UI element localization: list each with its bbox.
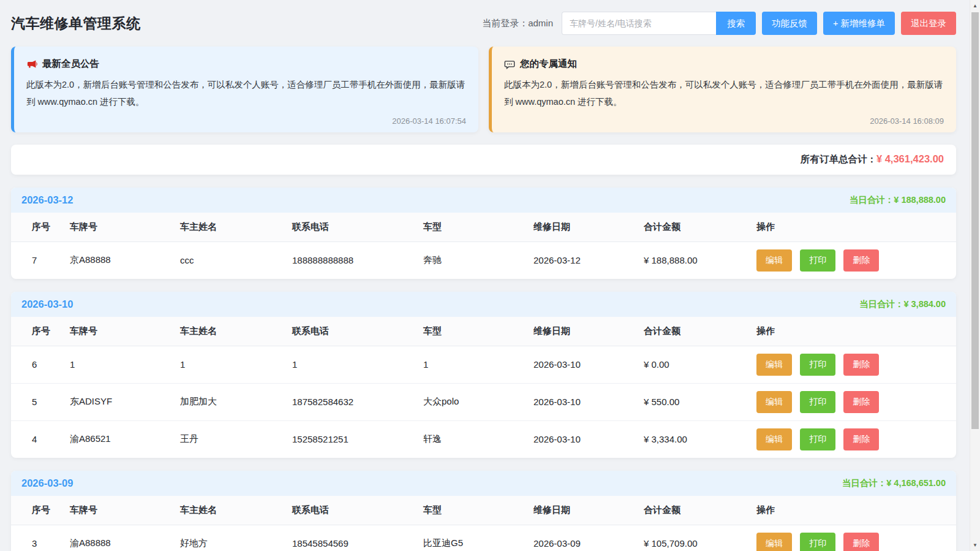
personal-notice-body: 此版本为2.0，新增后台账号管理和公告发布，可以私发个人账号，适合修理厂员工带手… (504, 76, 944, 111)
cell-plate: 京A88888 (64, 241, 174, 279)
cell-repair-date: 2026-03-10 (527, 420, 638, 458)
announcement-body: 此版本为2.0，新增后台账号管理和公告发布，可以私发个人账号，适合修理厂员工带手… (26, 76, 466, 111)
daily-total-label: 当日合计： (850, 195, 894, 205)
column-header-owner: 车主姓名 (174, 317, 286, 346)
print-button[interactable]: 打印 (800, 354, 835, 376)
print-button[interactable]: 打印 (800, 249, 835, 272)
page: 汽车维修单管理系统 当前登录：admin 搜索 功能反馈 + 新增维修单 退出登… (0, 0, 970, 551)
column-header-model: 车型 (417, 317, 527, 346)
print-button[interactable]: 打印 (800, 428, 835, 450)
print-button[interactable]: 打印 (800, 533, 835, 551)
order-table-body: 7 京A88888 ccc 188888888888 奔驰 2026-03-12… (11, 241, 956, 279)
column-header-plate: 车牌号 (64, 496, 174, 525)
speech-bubble-icon (504, 59, 515, 70)
megaphone-icon (26, 59, 37, 70)
delete-button[interactable]: 删除 (843, 354, 879, 376)
orders-table: 序号 车牌号 车主姓名 联系电话 车型 维修日期 合计金额 操作 6 1 1 1… (11, 317, 956, 458)
cell-model: 比亚迪G5 (417, 525, 527, 551)
search-button[interactable]: 搜索 (716, 12, 756, 35)
column-header-actions: 操作 (750, 317, 956, 346)
group-header: 2026-03-10 当日合计：¥ 3,884.00 (11, 292, 956, 317)
cell-actions: 编辑 打印 删除 (750, 346, 956, 383)
cell-repair-date: 2026-03-10 (527, 346, 638, 383)
cell-phone: 187582584632 (286, 383, 417, 420)
feedback-button[interactable]: 功能反馈 (762, 12, 817, 35)
order-group: 2026-03-12 当日合计：¥ 188,888.00 序号 车牌号 车主姓名… (11, 188, 956, 279)
cell-actions: 编辑 打印 删除 (750, 241, 956, 279)
personal-notice-title: 您的专属通知 (520, 58, 577, 70)
group-date: 2026-03-10 (21, 298, 73, 310)
cell-owner: 1 (174, 346, 286, 383)
personal-notice-title-row: 您的专属通知 (504, 58, 944, 70)
column-header-index: 序号 (11, 496, 64, 525)
cell-index: 7 (11, 241, 64, 279)
daily-total-amount: ¥ 3,884.00 (903, 299, 946, 309)
daily-total-label: 当日合计： (842, 478, 887, 488)
cell-index: 6 (11, 346, 64, 383)
vertical-scrollbar[interactable]: ▲ ▼ (970, 0, 980, 551)
orders-table: 序号 车牌号 车主姓名 联系电话 车型 维修日期 合计金额 操作 3 渝A888… (11, 496, 956, 551)
group-daily-total: 当日合计：¥ 188,888.00 (850, 194, 946, 206)
column-header-actions: 操作 (750, 496, 956, 525)
cell-actions: 编辑 打印 删除 (750, 420, 956, 458)
personal-notice-card: 您的专属通知 此版本为2.0，新增后台账号管理和公告发布，可以私发个人账号，适合… (489, 47, 956, 132)
cell-actions: 编辑 打印 删除 (750, 383, 956, 420)
column-header-actions: 操作 (750, 213, 956, 242)
table-row: 3 渝A88888 好地方 18545854569 比亚迪G5 2026-03-… (11, 525, 956, 551)
cell-index: 5 (11, 383, 64, 420)
column-header-repair-date: 维修日期 (527, 213, 638, 242)
table-row: 4 渝A86521 王丹 15258521251 轩逸 2026-03-10 ¥… (11, 420, 956, 458)
column-header-owner: 车主姓名 (174, 496, 286, 525)
column-header-phone: 联系电话 (286, 317, 417, 346)
grand-total-bar: 所有订单总合计：¥ 4,361,423.00 (11, 145, 956, 175)
table-header-row: 序号 车牌号 车主姓名 联系电话 车型 维修日期 合计金额 操作 (11, 496, 956, 525)
column-header-plate: 车牌号 (64, 213, 174, 242)
page-title: 汽车维修单管理系统 (11, 14, 141, 33)
search-input[interactable] (562, 12, 716, 35)
delete-button[interactable]: 删除 (843, 428, 879, 450)
order-table-body: 3 渝A88888 好地方 18545854569 比亚迪G5 2026-03-… (11, 525, 956, 551)
column-header-index: 序号 (11, 213, 64, 242)
cell-phone: 15258521251 (286, 420, 417, 458)
scrollbar-thumb[interactable] (971, 12, 979, 429)
cell-actions: 编辑 打印 删除 (750, 525, 956, 551)
column-header-repair-date: 维修日期 (527, 496, 638, 525)
announcement-title-row: 最新全员公告 (26, 58, 466, 70)
edit-button[interactable]: 编辑 (756, 428, 792, 450)
delete-button[interactable]: 删除 (843, 391, 879, 413)
cell-plate: 东ADISYF (64, 383, 174, 420)
edit-button[interactable]: 编辑 (756, 391, 792, 413)
daily-total-label: 当日合计： (859, 299, 904, 309)
cell-model: 1 (417, 346, 527, 383)
cell-model: 奔驰 (417, 241, 527, 279)
edit-button[interactable]: 编辑 (756, 354, 792, 376)
table-header-row: 序号 车牌号 车主姓名 联系电话 车型 维修日期 合计金额 操作 (11, 317, 956, 346)
edit-button[interactable]: 编辑 (756, 249, 792, 272)
scroll-up-arrow-icon[interactable]: ▲ (970, 1, 980, 11)
column-header-phone: 联系电话 (286, 213, 417, 242)
grand-total-label: 所有订单总合计： (801, 154, 876, 164)
cell-index: 4 (11, 420, 64, 458)
cell-amount: ¥ 188,888.00 (638, 241, 750, 279)
column-header-model: 车型 (417, 496, 527, 525)
delete-button[interactable]: 删除 (843, 533, 879, 551)
order-table-body: 6 1 1 1 1 2026-03-10 ¥ 0.00 编辑 打印 删除 5 东… (11, 346, 956, 458)
logout-button[interactable]: 退出登录 (901, 12, 956, 35)
login-label: 当前登录： (482, 18, 528, 28)
group-daily-total: 当日合计：¥ 3,884.00 (859, 298, 946, 310)
global-announcement-card: 最新全员公告 此版本为2.0，新增后台账号管理和公告发布，可以私发个人账号，适合… (11, 47, 478, 132)
print-button[interactable]: 打印 (800, 391, 835, 413)
column-header-repair-date: 维修日期 (527, 317, 638, 346)
cell-amount: ¥ 105,709.00 (638, 525, 750, 551)
column-header-plate: 车牌号 (64, 317, 174, 346)
order-groups: 2026-03-12 当日合计：¥ 188,888.00 序号 车牌号 车主姓名… (11, 188, 956, 551)
delete-button[interactable]: 删除 (843, 249, 879, 272)
cell-owner: 加肥加大 (174, 383, 286, 420)
add-repair-order-button[interactable]: + 新增维修单 (823, 12, 895, 35)
table-row: 6 1 1 1 1 2026-03-10 ¥ 0.00 编辑 打印 删除 (11, 346, 956, 383)
cell-repair-date: 2026-03-12 (527, 241, 638, 279)
column-header-amount: 合计金额 (638, 496, 750, 525)
scroll-down-arrow-icon[interactable]: ▼ (970, 540, 980, 550)
cell-owner: ccc (174, 241, 286, 279)
edit-button[interactable]: 编辑 (756, 533, 792, 551)
